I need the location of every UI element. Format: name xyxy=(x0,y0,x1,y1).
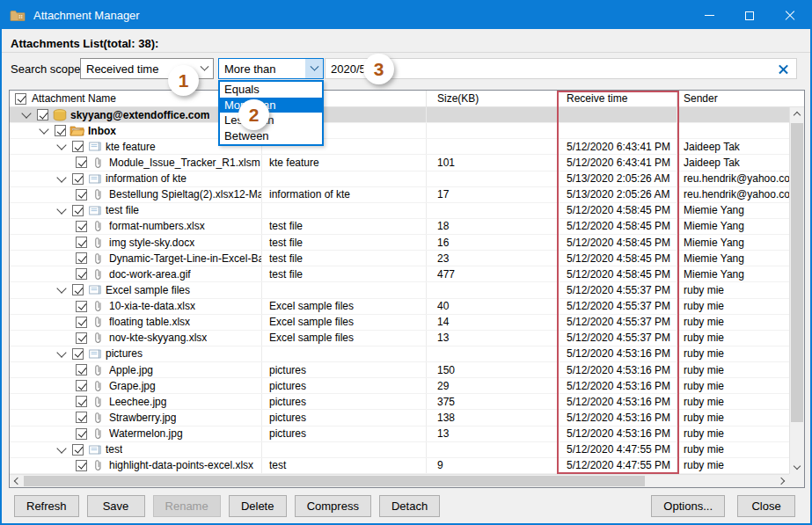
chevron-down-icon[interactable] xyxy=(56,141,66,150)
minimize-button[interactable] xyxy=(689,2,729,29)
column-header-size[interactable]: Size(KB) xyxy=(427,91,559,106)
scroll-down-button[interactable] xyxy=(790,461,804,474)
select-all-checkbox[interactable] xyxy=(15,93,26,105)
close-icon xyxy=(785,11,795,21)
scroll-left-button[interactable] xyxy=(10,475,23,487)
table-row[interactable]: img style-sky.docxtest file165/12/2020 4… xyxy=(10,235,789,251)
sender-cell: ruby mie xyxy=(677,331,789,346)
compress-button[interactable]: Compress xyxy=(295,495,371,517)
row-checkbox[interactable] xyxy=(55,125,66,136)
dropdown-option-less-than[interactable]: Less than xyxy=(220,113,322,128)
row-checkbox[interactable] xyxy=(37,109,48,120)
scroll-right-button[interactable] xyxy=(776,475,789,487)
scope-dropdown-button[interactable] xyxy=(195,59,213,78)
subject-cell: pictures xyxy=(262,362,427,377)
vertical-scrollbar[interactable] xyxy=(789,107,804,474)
table-row[interactable]: 10-xia-te-data.xlsxExcel sample files405… xyxy=(10,299,789,315)
row-checkbox[interactable] xyxy=(76,317,87,328)
chevron-down-icon[interactable] xyxy=(56,172,66,182)
row-checkbox[interactable] xyxy=(76,412,87,423)
row-label: doc-work-area.gif xyxy=(109,268,191,281)
delete-button[interactable]: Delete xyxy=(229,495,287,517)
row-checkbox[interactable] xyxy=(76,157,87,168)
search-date-input[interactable]: 2020/5/10 xyxy=(325,58,797,79)
table-row[interactable]: Watermelon.jpgpictures135/12/2020 4:53:1… xyxy=(10,427,789,442)
detach-button[interactable]: Detach xyxy=(379,495,440,517)
table-row[interactable]: Excel sample files5/12/2020 4:55:37 PMru… xyxy=(10,282,789,298)
row-checkbox[interactable] xyxy=(76,301,87,312)
close-button[interactable]: Close xyxy=(737,495,795,517)
options-button[interactable]: Options... xyxy=(651,495,725,517)
table-row[interactable]: test file5/12/2020 4:58:45 PMMiemie Yang xyxy=(10,203,789,219)
table-row[interactable]: Inbox xyxy=(10,123,789,139)
receive-time-cell: 5/12/2020 4:53:16 PM xyxy=(559,410,677,425)
maximize-button[interactable] xyxy=(729,2,770,29)
table-row[interactable]: highlight-data-points-excel.xlsxtest95/1… xyxy=(10,458,789,474)
chevron-down-icon[interactable] xyxy=(21,108,31,118)
table-row[interactable]: floating table.xlsxExcel sample files145… xyxy=(10,315,789,331)
row-checkbox[interactable] xyxy=(76,380,87,391)
chevron-down-icon[interactable] xyxy=(56,443,66,453)
table-row[interactable]: test5/12/2020 4:47:55 PMruby mie xyxy=(10,442,789,458)
save-button[interactable]: Save xyxy=(87,495,145,517)
row-checkbox[interactable] xyxy=(72,173,84,185)
table-row[interactable]: Module_Issue_Tracker_R1.xlsmkte feature1… xyxy=(10,155,789,171)
condition-dropdown-button[interactable] xyxy=(305,59,323,78)
arrow-left-icon xyxy=(14,478,21,485)
receive-time-cell: 5/13/2020 2:05:26 AM xyxy=(559,187,677,202)
column-header-receive-time[interactable]: Receive time xyxy=(559,91,677,106)
table-row[interactable]: format-numbers.xlsxtest file185/12/2020 … xyxy=(10,219,789,235)
search-scope-value: Received time xyxy=(81,62,195,76)
table-row[interactable]: skyyang@extendoffice.com xyxy=(10,107,789,123)
row-checkbox[interactable] xyxy=(72,348,84,360)
column-header-sender[interactable]: Sender xyxy=(677,91,804,106)
close-button[interactable] xyxy=(770,2,810,29)
table-row[interactable]: Grape.jpgpictures295/12/2020 4:53:16 PMr… xyxy=(10,378,789,394)
dropdown-option-more-than[interactable]: More than xyxy=(220,98,322,113)
row-label: Module_Issue_Tracker_R1.xlsm xyxy=(109,157,260,169)
row-checkbox[interactable] xyxy=(76,268,87,280)
receive-time-cell: 5/12/2020 6:43:41 PM xyxy=(559,139,677,154)
scroll-up-button[interactable] xyxy=(790,107,804,120)
table-row[interactable]: Dynamic-Target-Line-in-Excel-Batest file… xyxy=(10,251,789,266)
table-row[interactable]: pictures5/12/2020 4:53:16 PMruby mie xyxy=(10,346,789,362)
row-checkbox[interactable] xyxy=(72,284,84,295)
row-checkbox[interactable] xyxy=(72,444,84,456)
table-row[interactable]: kte feature5/12/2020 6:43:41 PMJaideep T… xyxy=(10,139,789,155)
dropdown-option-between[interactable]: Between xyxy=(220,128,322,144)
chevron-down-icon[interactable] xyxy=(56,284,66,294)
chevron-down-icon[interactable] xyxy=(39,125,48,135)
table-row[interactable]: information of kte5/13/2020 2:05:26 AMre… xyxy=(10,171,789,187)
search-condition-select[interactable]: More than xyxy=(218,58,324,79)
dropdown-option-equals[interactable]: Equals xyxy=(220,82,322,98)
subject-cell: Excel sample files xyxy=(262,315,427,330)
table-row[interactable]: doc-work-area.giftest file4775/12/2020 4… xyxy=(10,266,789,282)
vertical-scroll-thumb[interactable] xyxy=(791,123,803,422)
table-row[interactable]: Leechee.jpgpictures3755/12/2020 4:53:16 … xyxy=(10,394,789,410)
row-checkbox[interactable] xyxy=(76,428,87,440)
row-checkbox[interactable] xyxy=(76,221,87,232)
sender-cell: Jaideep Tak xyxy=(677,139,789,154)
row-checkbox[interactable] xyxy=(76,396,87,407)
table-row[interactable]: Bestellung Spieltag(2).xlsx12-Maiinforma… xyxy=(10,187,789,203)
sender-cell: ruby mie xyxy=(677,282,789,297)
clear-search-icon[interactable] xyxy=(779,64,788,74)
horizontal-scroll-thumb[interactable] xyxy=(24,476,645,486)
table-row[interactable]: Strawberry.jpgpictures1385/12/2020 4:53:… xyxy=(10,410,789,426)
row-checkbox[interactable] xyxy=(76,364,87,376)
horizontal-scrollbar[interactable] xyxy=(10,474,789,487)
chevron-down-icon[interactable] xyxy=(56,347,66,357)
row-checkbox[interactable] xyxy=(76,189,87,201)
row-checkbox[interactable] xyxy=(72,141,84,152)
attachment-name-cell: floating table.xlsx xyxy=(10,315,262,330)
row-checkbox[interactable] xyxy=(76,237,87,248)
chevron-down-icon[interactable] xyxy=(56,204,66,214)
row-checkbox[interactable] xyxy=(76,460,87,471)
search-scope-select[interactable]: Received time xyxy=(80,58,214,79)
table-row[interactable]: nov-kte-skyyang.xlsxExcel sample files13… xyxy=(10,331,789,346)
row-checkbox[interactable] xyxy=(72,205,84,216)
row-checkbox[interactable] xyxy=(76,332,87,344)
table-row[interactable]: Apple.jpgpictures1505/12/2020 4:53:16 PM… xyxy=(10,362,789,378)
refresh-button[interactable]: Refresh xyxy=(14,495,79,517)
row-checkbox[interactable] xyxy=(76,252,87,264)
